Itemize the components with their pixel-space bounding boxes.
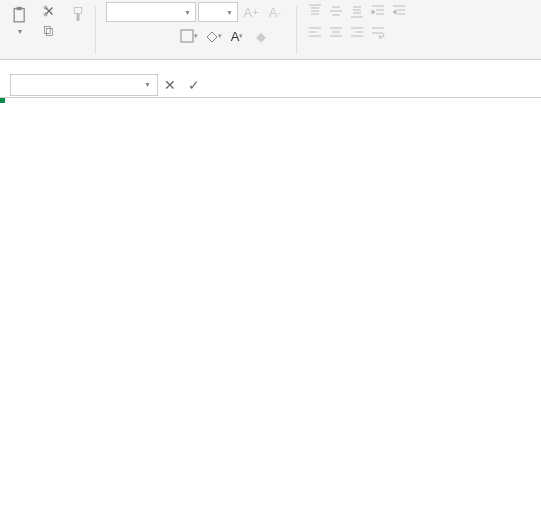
brush-icon	[69, 4, 87, 26]
formula-bar: ▼ ✕ ✓	[0, 72, 541, 98]
format-painter-button[interactable]	[65, 2, 91, 28]
separator	[95, 6, 96, 54]
chevron-down-icon: ▼	[17, 28, 24, 35]
indent-decrease-button[interactable]	[368, 2, 388, 20]
separator	[296, 6, 297, 54]
confirm-formula-button[interactable]: ✓	[182, 77, 206, 93]
ribbon-toolbar: ▼ ▼ ▼ A+ A-	[0, 0, 541, 60]
chevron-down-icon: ▼	[144, 81, 151, 89]
svg-rect-0	[14, 9, 24, 22]
indent-right-icon	[392, 4, 406, 18]
underline-button[interactable]	[154, 26, 176, 46]
decrease-font-button[interactable]: A-	[264, 2, 286, 22]
chevron-down-icon: ▼	[226, 9, 233, 16]
border-icon	[180, 29, 194, 43]
font-size-select[interactable]: ▼	[198, 2, 238, 22]
align-top-button[interactable]	[305, 2, 325, 20]
align-left-button[interactable]	[305, 24, 325, 42]
copy-button[interactable]	[38, 22, 63, 40]
align-middle-button[interactable]	[326, 2, 346, 20]
chevron-down-icon: ▼	[184, 9, 191, 16]
italic-button[interactable]	[130, 26, 152, 46]
active-cell-outline	[0, 98, 4, 102]
copy-icon	[42, 24, 56, 38]
border-button[interactable]: ▾	[178, 26, 200, 46]
svg-rect-7	[77, 14, 80, 22]
align-right-button[interactable]	[347, 24, 367, 42]
alignment-group	[301, 2, 413, 42]
chevron-down-icon: ▾	[239, 32, 243, 40]
indent-increase-button[interactable]	[389, 2, 409, 20]
scissors-icon	[42, 4, 56, 18]
svg-rect-4	[44, 26, 50, 33]
font-family-select[interactable]: ▼	[106, 2, 196, 22]
font-color-button[interactable]: A▾	[226, 26, 248, 46]
svg-rect-8	[181, 30, 193, 42]
cancel-formula-button[interactable]: ✕	[158, 77, 182, 93]
chevron-down-icon: ▾	[218, 32, 222, 40]
phonetic-button[interactable]: ◆	[250, 26, 272, 46]
fill-color-button[interactable]: ▾	[202, 26, 224, 46]
align-right-icon	[350, 26, 364, 40]
indent-left-icon	[371, 4, 385, 18]
bold-button[interactable]	[106, 26, 128, 46]
align-top-icon	[308, 4, 322, 18]
align-left-icon	[308, 26, 322, 40]
svg-rect-1	[17, 7, 22, 10]
align-bottom-button[interactable]	[347, 2, 367, 20]
annotation-arrow	[0, 98, 300, 248]
align-bottom-icon	[350, 4, 364, 18]
wrap-text-button[interactable]	[368, 24, 388, 42]
font-group: ▼ ▼ A+ A- ▾ ▾ A▾ ◆	[100, 2, 292, 46]
align-middle-icon	[329, 4, 343, 18]
chevron-down-icon: ▾	[194, 32, 198, 40]
svg-rect-6	[74, 8, 82, 14]
increase-font-button[interactable]: A+	[240, 2, 262, 22]
paste-button[interactable]: ▼	[4, 2, 36, 37]
cut-button[interactable]	[38, 2, 63, 20]
paste-icon	[10, 4, 30, 28]
align-center-button[interactable]	[326, 24, 346, 42]
svg-rect-5	[47, 29, 53, 36]
align-center-icon	[329, 26, 343, 40]
bucket-icon	[204, 29, 218, 43]
wrap-icon	[371, 26, 385, 40]
name-box[interactable]: ▼	[10, 74, 158, 96]
